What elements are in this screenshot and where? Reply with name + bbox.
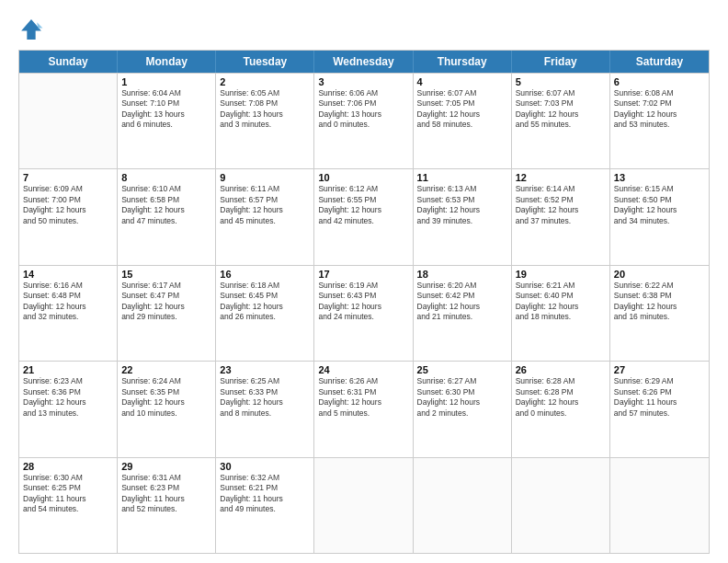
calendar-week-row: 1Sunrise: 6:04 AM Sunset: 7:10 PM Daylig…: [19, 73, 709, 168]
calendar-cell: 25Sunrise: 6:27 AM Sunset: 6:30 PM Dayli…: [414, 362, 512, 456]
day-detail: Sunrise: 6:12 AM Sunset: 6:55 PM Dayligh…: [318, 184, 408, 226]
day-number: 30: [220, 461, 310, 472]
calendar-cell: 1Sunrise: 6:04 AM Sunset: 7:10 PM Daylig…: [118, 74, 216, 168]
calendar-cell: 29Sunrise: 6:31 AM Sunset: 6:23 PM Dayli…: [118, 458, 216, 553]
day-detail: Sunrise: 6:23 AM Sunset: 6:36 PM Dayligh…: [23, 376, 113, 419]
day-detail: Sunrise: 6:04 AM Sunset: 7:10 PM Dayligh…: [121, 88, 211, 131]
day-detail: Sunrise: 6:32 AM Sunset: 6:21 PM Dayligh…: [220, 473, 310, 515]
day-detail: Sunrise: 6:09 AM Sunset: 7:00 PM Dayligh…: [23, 184, 113, 226]
day-detail: Sunrise: 6:27 AM Sunset: 6:30 PM Dayligh…: [417, 376, 507, 419]
calendar-cell: [19, 74, 118, 168]
day-detail: Sunrise: 6:08 AM Sunset: 7:02 PM Dayligh…: [614, 88, 705, 131]
day-detail: Sunrise: 6:11 AM Sunset: 6:57 PM Dayligh…: [220, 184, 310, 226]
day-number: 9: [220, 172, 310, 183]
day-detail: Sunrise: 6:13 AM Sunset: 6:53 PM Dayligh…: [417, 184, 507, 226]
day-detail: Sunrise: 6:15 AM Sunset: 6:50 PM Dayligh…: [614, 184, 705, 226]
day-number: 18: [417, 269, 507, 280]
day-detail: Sunrise: 6:25 AM Sunset: 6:33 PM Dayligh…: [220, 376, 310, 419]
calendar-cell: 11Sunrise: 6:13 AM Sunset: 6:53 PM Dayli…: [414, 169, 512, 264]
day-number: 5: [516, 76, 606, 87]
day-number: 21: [23, 364, 113, 375]
calendar-cell: 30Sunrise: 6:32 AM Sunset: 6:21 PM Dayli…: [216, 458, 314, 553]
day-number: 7: [23, 172, 113, 183]
calendar-cell: 4Sunrise: 6:07 AM Sunset: 7:05 PM Daylig…: [414, 74, 512, 168]
calendar-cell: [314, 458, 413, 553]
calendar-cell: 5Sunrise: 6:07 AM Sunset: 7:03 PM Daylig…: [512, 74, 610, 168]
calendar-cell: 23Sunrise: 6:25 AM Sunset: 6:33 PM Dayli…: [216, 362, 314, 456]
calendar-header-row: SundayMondayTuesdayWednesdayThursdayFrid…: [19, 51, 709, 73]
day-detail: Sunrise: 6:30 AM Sunset: 6:25 PM Dayligh…: [23, 473, 113, 515]
logo-icon: [18, 17, 44, 42]
calendar-cell: 3Sunrise: 6:06 AM Sunset: 7:06 PM Daylig…: [314, 74, 413, 168]
calendar-cell: 8Sunrise: 6:10 AM Sunset: 6:58 PM Daylig…: [118, 169, 216, 264]
day-number: 24: [318, 364, 408, 375]
day-number: 14: [23, 269, 113, 280]
day-number: 19: [516, 269, 606, 280]
day-number: 1: [121, 76, 211, 87]
weekday-header: Tuesday: [216, 51, 314, 73]
day-detail: Sunrise: 6:21 AM Sunset: 6:40 PM Dayligh…: [516, 281, 606, 323]
calendar-cell: 26Sunrise: 6:28 AM Sunset: 6:28 PM Dayli…: [512, 362, 610, 456]
calendar-cell: 15Sunrise: 6:17 AM Sunset: 6:47 PM Dayli…: [118, 266, 216, 361]
day-number: 8: [121, 172, 211, 183]
day-detail: Sunrise: 6:07 AM Sunset: 7:05 PM Dayligh…: [417, 88, 507, 131]
day-number: 25: [417, 364, 507, 375]
weekday-header: Monday: [118, 51, 216, 73]
logo: [18, 17, 48, 42]
calendar-cell: [610, 458, 709, 553]
calendar-week-row: 7Sunrise: 6:09 AM Sunset: 7:00 PM Daylig…: [19, 168, 709, 264]
day-detail: Sunrise: 6:26 AM Sunset: 6:31 PM Dayligh…: [318, 376, 408, 419]
weekday-header: Saturday: [610, 51, 709, 73]
calendar-body: 1Sunrise: 6:04 AM Sunset: 7:10 PM Daylig…: [19, 73, 709, 553]
day-number: 26: [516, 364, 606, 375]
calendar-cell: 6Sunrise: 6:08 AM Sunset: 7:02 PM Daylig…: [610, 74, 709, 168]
calendar-cell: 16Sunrise: 6:18 AM Sunset: 6:45 PM Dayli…: [216, 266, 314, 361]
day-detail: Sunrise: 6:24 AM Sunset: 6:35 PM Dayligh…: [121, 376, 211, 419]
day-detail: Sunrise: 6:28 AM Sunset: 6:28 PM Dayligh…: [516, 376, 606, 419]
day-detail: Sunrise: 6:19 AM Sunset: 6:43 PM Dayligh…: [318, 281, 408, 323]
calendar-cell: 12Sunrise: 6:14 AM Sunset: 6:52 PM Dayli…: [512, 169, 610, 264]
weekday-header: Thursday: [414, 51, 512, 73]
calendar-cell: 28Sunrise: 6:30 AM Sunset: 6:25 PM Dayli…: [19, 458, 118, 553]
calendar-week-row: 14Sunrise: 6:16 AM Sunset: 6:48 PM Dayli…: [19, 265, 709, 361]
weekday-header: Sunday: [19, 51, 118, 73]
day-detail: Sunrise: 6:22 AM Sunset: 6:38 PM Dayligh…: [614, 281, 705, 323]
calendar-cell: 7Sunrise: 6:09 AM Sunset: 7:00 PM Daylig…: [19, 169, 118, 264]
calendar-cell: 27Sunrise: 6:29 AM Sunset: 6:26 PM Dayli…: [610, 362, 709, 456]
day-number: 15: [121, 269, 211, 280]
day-number: 4: [417, 76, 507, 87]
calendar-cell: 22Sunrise: 6:24 AM Sunset: 6:35 PM Dayli…: [118, 362, 216, 456]
day-number: 10: [318, 172, 408, 183]
calendar-cell: 13Sunrise: 6:15 AM Sunset: 6:50 PM Dayli…: [610, 169, 709, 264]
calendar-cell: 17Sunrise: 6:19 AM Sunset: 6:43 PM Dayli…: [314, 266, 413, 361]
day-number: 11: [417, 172, 507, 183]
calendar-cell: 21Sunrise: 6:23 AM Sunset: 6:36 PM Dayli…: [19, 362, 118, 456]
calendar-cell: 9Sunrise: 6:11 AM Sunset: 6:57 PM Daylig…: [216, 169, 314, 264]
day-detail: Sunrise: 6:20 AM Sunset: 6:42 PM Dayligh…: [417, 281, 507, 323]
day-detail: Sunrise: 6:10 AM Sunset: 6:58 PM Dayligh…: [121, 184, 211, 226]
weekday-header: Wednesday: [314, 51, 413, 73]
day-number: 22: [121, 364, 211, 375]
day-detail: Sunrise: 6:16 AM Sunset: 6:48 PM Dayligh…: [23, 281, 113, 323]
header: [18, 17, 710, 42]
day-number: 23: [220, 364, 310, 375]
calendar-cell: 19Sunrise: 6:21 AM Sunset: 6:40 PM Dayli…: [512, 266, 610, 361]
calendar-cell: [414, 458, 512, 553]
day-number: 27: [614, 364, 705, 375]
calendar-cell: 18Sunrise: 6:20 AM Sunset: 6:42 PM Dayli…: [414, 266, 512, 361]
day-detail: Sunrise: 6:07 AM Sunset: 7:03 PM Dayligh…: [516, 88, 606, 131]
day-detail: Sunrise: 6:06 AM Sunset: 7:06 PM Dayligh…: [318, 88, 408, 131]
day-number: 17: [318, 269, 408, 280]
page: SundayMondayTuesdayWednesdayThursdayFrid…: [0, 0, 728, 563]
calendar-cell: 24Sunrise: 6:26 AM Sunset: 6:31 PM Dayli…: [314, 362, 413, 456]
calendar-week-row: 21Sunrise: 6:23 AM Sunset: 6:36 PM Dayli…: [19, 361, 709, 456]
calendar-cell: 2Sunrise: 6:05 AM Sunset: 7:08 PM Daylig…: [216, 74, 314, 168]
day-detail: Sunrise: 6:14 AM Sunset: 6:52 PM Dayligh…: [516, 184, 606, 226]
day-number: 13: [614, 172, 705, 183]
day-number: 28: [23, 461, 113, 472]
day-detail: Sunrise: 6:05 AM Sunset: 7:08 PM Dayligh…: [220, 88, 310, 131]
day-number: 20: [614, 269, 705, 280]
day-detail: Sunrise: 6:18 AM Sunset: 6:45 PM Dayligh…: [220, 281, 310, 323]
day-number: 12: [516, 172, 606, 183]
day-number: 3: [318, 76, 408, 87]
